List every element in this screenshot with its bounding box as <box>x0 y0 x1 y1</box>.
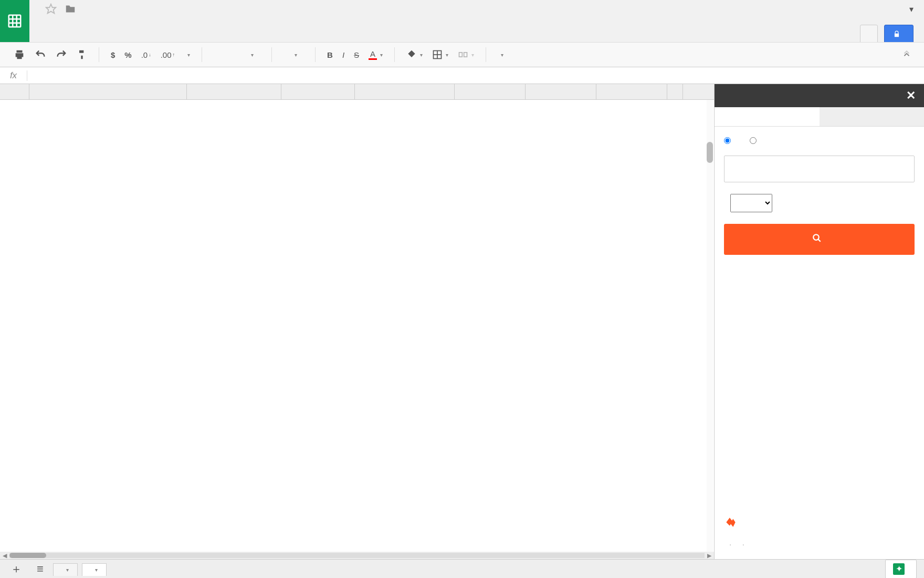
sheet-tab-tech-ceos[interactable]: ▾ <box>53 563 78 576</box>
strikethrough-icon[interactable]: S <box>351 48 362 61</box>
number-format-menu[interactable]: ▾ <box>181 50 193 60</box>
svg-point-11 <box>813 234 819 240</box>
increase-decimal-icon[interactable]: .00↑ <box>158 48 178 61</box>
limit-select[interactable] <box>730 194 772 212</box>
account-menu[interactable]: ▾ <box>906 4 914 14</box>
star-icon[interactable] <box>45 3 57 17</box>
col-head-B[interactable] <box>187 84 281 99</box>
col-head-E[interactable] <box>455 84 526 99</box>
svg-rect-0 <box>9 15 21 27</box>
folder-icon[interactable] <box>64 3 77 17</box>
explorer-icon: ✦ <box>893 563 905 575</box>
svg-marker-5 <box>46 4 56 13</box>
find-emails-button[interactable] <box>724 224 915 255</box>
fill-color-icon[interactable]: ▾ <box>403 47 426 62</box>
formula-input[interactable] <box>27 67 924 84</box>
print-icon[interactable] <box>10 47 28 63</box>
decrease-decimal-icon[interactable]: .0↓ <box>138 48 154 61</box>
all-sheets-icon[interactable]: ≡ <box>32 560 49 578</box>
font-family-select[interactable]: ▾ <box>211 50 263 60</box>
toolbar: $ % .0↓ .00↑ ▾ ▾ ▾ B I S A▾ ▾ ▾ ▾ ▾ <box>0 42 924 67</box>
close-icon[interactable]: ✕ <box>906 89 916 102</box>
vertical-scrollbar[interactable] <box>707 100 713 552</box>
paint-format-icon[interactable] <box>74 47 90 63</box>
hunter-mark-icon <box>724 515 738 533</box>
sheets-logo[interactable] <box>0 0 29 42</box>
col-head-A[interactable] <box>29 84 187 99</box>
merge-cells-icon[interactable]: ▾ <box>455 47 477 62</box>
tab-domain-search[interactable] <box>715 107 820 126</box>
text-color-icon[interactable]: A▾ <box>365 47 386 62</box>
grid-rows[interactable]: ◀ ▶ <box>0 100 714 559</box>
fx-label: fx <box>0 70 27 81</box>
redo-icon[interactable] <box>52 47 70 63</box>
tab-email-finder[interactable] <box>820 107 925 126</box>
mode-bulk-radio[interactable] <box>750 137 761 144</box>
currency-icon[interactable]: $ <box>108 48 118 61</box>
borders-icon[interactable]: ▾ <box>429 47 452 62</box>
italic-icon[interactable]: I <box>339 48 348 61</box>
add-sheet-icon[interactable]: ＋ <box>5 559 27 579</box>
col-head-C[interactable] <box>281 84 355 99</box>
bold-icon[interactable]: B <box>324 48 336 61</box>
horizontal-scrollbar[interactable]: ◀ ▶ <box>0 552 714 559</box>
sheet-tab-stripe[interactable]: ▾ <box>82 563 107 576</box>
undo-icon[interactable] <box>32 47 49 63</box>
chevron-down-icon: ▾ <box>909 4 914 14</box>
font-size-select[interactable]: ▾ <box>280 50 307 60</box>
hunter-sidebar: ✕ <box>714 84 924 559</box>
svg-rect-9 <box>459 53 463 57</box>
domain-input[interactable] <box>724 156 915 182</box>
percent-icon[interactable]: % <box>121 48 134 61</box>
select-all-corner[interactable] <box>0 84 29 99</box>
explorer-button[interactable]: ✦ <box>885 560 917 579</box>
mode-simple-radio[interactable] <box>724 137 735 144</box>
collapse-toolbar-icon[interactable] <box>899 48 915 61</box>
col-head-F[interactable] <box>526 84 596 99</box>
search-icon <box>812 233 822 245</box>
col-head-H[interactable] <box>667 84 683 99</box>
hunter-logo <box>724 515 915 533</box>
col-head-D[interactable] <box>355 84 455 99</box>
lock-icon <box>893 30 900 40</box>
svg-rect-10 <box>464 53 467 57</box>
more-menu[interactable]: ▾ <box>495 50 507 60</box>
col-head-G[interactable] <box>596 84 667 99</box>
svg-line-12 <box>818 239 821 242</box>
